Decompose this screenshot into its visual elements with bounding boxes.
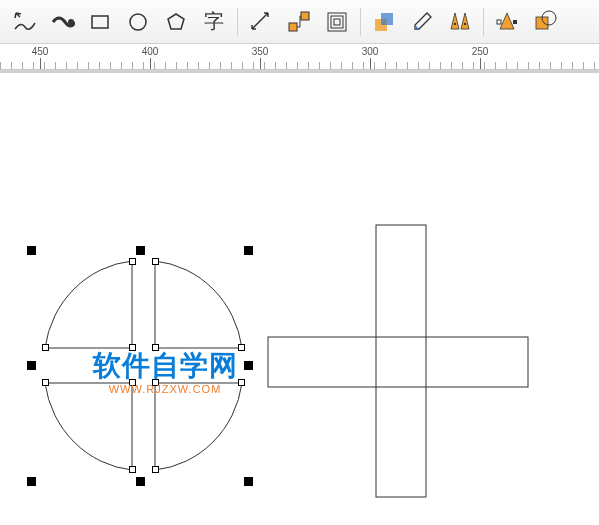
node-handle[interactable]: [42, 379, 49, 386]
node-handle[interactable]: [129, 344, 136, 351]
selection-handle[interactable]: [27, 246, 36, 255]
selection-handle[interactable]: [27, 477, 36, 486]
svg-point-0: [68, 19, 74, 25]
ruler-label: 400: [142, 46, 159, 57]
svg-point-2: [130, 14, 146, 30]
effects-tool-icon[interactable]: [366, 5, 402, 39]
quartered-circle[interactable]: [40, 256, 250, 470]
dimension-tool-icon[interactable]: [243, 5, 279, 39]
svg-rect-12: [454, 23, 456, 25]
eyedropper-tool-icon[interactable]: [404, 5, 440, 39]
spiral-tool-icon[interactable]: [319, 5, 355, 39]
selection-handle[interactable]: [136, 246, 145, 255]
ruler-label: 250: [472, 46, 489, 57]
svg-rect-11: [381, 13, 393, 25]
node-handle[interactable]: [238, 344, 245, 351]
text-tool-icon[interactable]: 字: [196, 5, 232, 39]
node-handle[interactable]: [152, 344, 159, 351]
selection-handle[interactable]: [244, 361, 253, 370]
node-handle[interactable]: [129, 466, 136, 473]
node-handle[interactable]: [129, 258, 136, 265]
node-handle[interactable]: [152, 466, 159, 473]
interactive-fill-tool-icon[interactable]: [442, 5, 478, 39]
svg-text:字: 字: [204, 10, 224, 32]
node-handle[interactable]: [238, 379, 245, 386]
toolbar-separator: [237, 8, 238, 36]
svg-rect-5: [289, 23, 297, 31]
svg-rect-13: [464, 23, 466, 25]
ellipse-tool-icon[interactable]: [120, 5, 156, 39]
freehand-tool-icon[interactable]: [6, 5, 42, 39]
svg-rect-1: [92, 16, 108, 28]
svg-rect-14: [497, 20, 501, 24]
svg-marker-3: [168, 14, 184, 29]
connector-tool-icon[interactable]: [281, 5, 317, 39]
cross-shape[interactable]: [268, 221, 528, 501]
node-handle[interactable]: [129, 379, 136, 386]
smart-fill-tool-icon[interactable]: [527, 5, 563, 39]
ruler-label: 450: [32, 46, 49, 57]
polygon-tool-icon[interactable]: [158, 5, 194, 39]
selection-handle[interactable]: [27, 361, 36, 370]
transparency-tool-icon[interactable]: [489, 5, 525, 39]
svg-rect-9: [334, 19, 340, 25]
selection-handle[interactable]: [136, 477, 145, 486]
selection-handle[interactable]: [244, 477, 253, 486]
node-handle[interactable]: [42, 344, 49, 351]
ruler-label: 300: [362, 46, 379, 57]
rectangle-tool-icon[interactable]: [82, 5, 118, 39]
svg-rect-18: [376, 225, 426, 497]
svg-rect-8: [331, 16, 343, 28]
svg-rect-15: [513, 20, 517, 24]
svg-rect-19: [268, 337, 528, 387]
artistic-media-tool-icon[interactable]: [44, 5, 80, 39]
selection-handle[interactable]: [244, 246, 253, 255]
drawing-canvas[interactable]: 软件自学网 WWW.RJZXW.COM: [0, 73, 599, 525]
toolbar-separator: [360, 8, 361, 36]
svg-rect-6: [301, 12, 309, 20]
ruler-label: 350: [252, 46, 269, 57]
node-handle[interactable]: [152, 258, 159, 265]
toolbar: 字: [0, 0, 599, 44]
horizontal-ruler[interactable]: 450400350300250: [0, 44, 599, 70]
toolbar-separator: [483, 8, 484, 36]
node-handle[interactable]: [152, 379, 159, 386]
